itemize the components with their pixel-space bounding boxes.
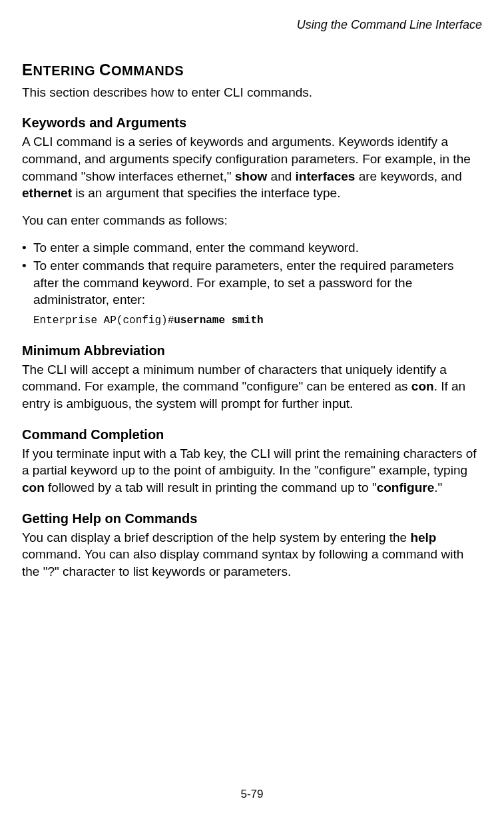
- code-example: Enterprise AP(config)#username smith: [22, 314, 482, 329]
- page-number: 5-79: [240, 788, 263, 800]
- text-part: are keywords, and: [355, 169, 462, 183]
- bold-ethernet: ethernet: [22, 186, 72, 200]
- command-completion-heading: Command Completion: [22, 426, 482, 444]
- text-part: If you terminate input with a Tab key, t…: [22, 446, 477, 478]
- keywords-arguments-para1: A CLI command is a series of keywords an…: [22, 133, 482, 202]
- text-part: is an argument that specifies the interf…: [72, 186, 340, 200]
- section-title-prefix: E: [22, 61, 33, 79]
- code-prefix: Enterprise AP(config)#: [33, 315, 174, 327]
- page-footer: 5-79: [0, 787, 504, 802]
- command-completion-para: If you terminate input with a Tab key, t…: [22, 445, 482, 496]
- minimum-abbreviation-para: The CLI will accept a minimum number of …: [22, 361, 482, 412]
- bold-con: con: [411, 379, 434, 393]
- text-part: You can display a brief description of t…: [22, 530, 410, 544]
- list-item: To enter commands that require parameter…: [22, 257, 482, 309]
- command-completion-section: Command Completion If you terminate inpu…: [22, 426, 482, 496]
- bullet-text: To enter commands that require parameter…: [33, 259, 454, 307]
- keywords-arguments-heading: Keywords and Arguments: [22, 114, 482, 132]
- minimum-abbreviation-heading: Minimum Abbreviation: [22, 342, 482, 360]
- section-title-part2: OMMANDS: [111, 63, 184, 78]
- bold-configure: configure: [377, 480, 435, 494]
- text-part: .": [434, 480, 442, 494]
- text-part: The CLI will accept a minimum number of …: [22, 363, 447, 394]
- list-item: To enter a simple command, enter the com…: [22, 239, 482, 257]
- section-title: ENTERING COMMANDS: [22, 59, 482, 81]
- section-title-prefix2: C: [99, 61, 111, 79]
- section-title-part: NTERING: [33, 63, 100, 78]
- keywords-arguments-section: Keywords and Arguments A CLI command is …: [22, 114, 482, 328]
- simple-command-list: To enter a simple command, enter the com…: [22, 239, 482, 309]
- keywords-arguments-para2: You can enter commands as follows:: [22, 212, 482, 229]
- text-part: followed by a tab will result in printin…: [45, 480, 377, 494]
- page-content: ENTERING COMMANDS This section describes…: [0, 33, 504, 580]
- code-command: username smith: [174, 315, 263, 327]
- minimum-abbreviation-section: Minimum Abbreviation The CLI will accept…: [22, 342, 482, 412]
- running-title-text: Using the Command Line Interface: [297, 18, 482, 31]
- section-intro: This section describes how to enter CLI …: [22, 84, 482, 101]
- bold-help: help: [410, 530, 436, 544]
- getting-help-section: Getting Help on Commands You can display…: [22, 510, 482, 580]
- getting-help-para: You can display a brief description of t…: [22, 529, 482, 580]
- text-part: command. You can also display command sy…: [22, 547, 463, 578]
- running-header: Using the Command Line Interface: [0, 0, 504, 33]
- bold-con2: con: [22, 480, 45, 494]
- text-part: and: [267, 169, 295, 183]
- bullet-text: To enter a simple command, enter the com…: [33, 241, 359, 255]
- bold-show: show: [235, 169, 268, 183]
- bold-interfaces: interfaces: [296, 169, 356, 183]
- getting-help-heading: Getting Help on Commands: [22, 510, 482, 528]
